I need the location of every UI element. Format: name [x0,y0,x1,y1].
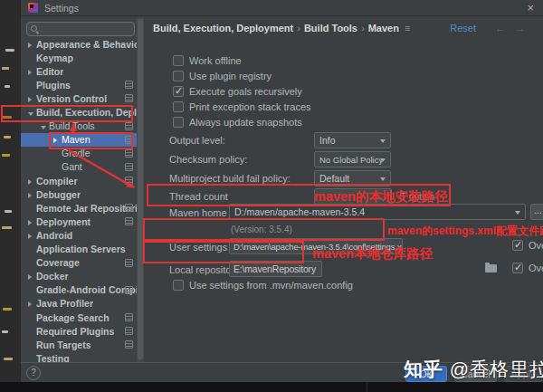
chevron-right-icon[interactable] [28,66,36,77]
output-level-select[interactable]: Info [314,132,391,148]
checkbox-use-plugin-registry[interactable]: Use plugin registry [173,71,272,81]
chevron-right-icon[interactable] [28,298,36,309]
sidebar-item-deployment[interactable]: Deployment [21,215,137,228]
checkbox-icon[interactable] [173,117,184,128]
sidebar-item-package-search[interactable]: Package Search [21,311,137,324]
checkbox-label: Execute goals recursively [189,86,302,97]
checkbox-print-exception-stack-traces[interactable]: Print exception stack traces [173,101,311,112]
chevron-right-icon[interactable] [28,230,36,241]
sidebar-item-label: Maven [62,134,90,145]
sidebar-item-remote-jar-repositories[interactable]: Remote Jar Repositories [21,201,137,215]
editor-code-fragment [2,67,9,70]
editor-code-fragment [2,330,8,333]
user-settings-override-checkbox[interactable]: Override [512,240,543,251]
checkbox-icon[interactable] [173,71,184,81]
sidebar-item-label: Remote Jar Repositories [36,203,137,214]
chevron-right-icon[interactable] [53,134,62,145]
browse-more-button[interactable]: ... [530,204,543,220]
sidebar-item-label: Debugger [36,189,81,200]
sidebar-item-keymap[interactable]: Keymap [21,51,137,64]
checkbox-execute-goals-recursively[interactable]: Execute goals recursively [173,86,302,97]
checkbox-use-mvn-config[interactable]: Use settings from .mvn/maven.config [173,280,353,291]
breadcrumb-item[interactable]: Build, Execution, Deployment [153,23,293,33]
chevron-right-icon[interactable] [28,39,36,50]
settings-card-icon [125,122,133,130]
sidebar-item-debugger[interactable]: Debugger [21,187,137,201]
chevron-down-icon[interactable] [28,107,36,118]
local-repository-input[interactable]: E:\mavenRepository [229,261,322,277]
maven-home-path-combo[interactable]: D:/maven/apache-maven-3.5.4 [229,204,526,220]
sidebar-item-editor[interactable]: Editor [21,64,137,78]
chevron-down-icon [380,158,386,162]
folder-icon[interactable] [485,264,497,272]
back-arrow-icon[interactable]: ← [495,22,506,34]
sidebar-item-build-tools[interactable]: Build Tools [21,120,137,133]
sidebar-item-version-control[interactable]: Version Control [21,91,137,105]
settings-card-icon [125,286,133,294]
chevron-right-icon[interactable] [28,93,36,104]
sidebar-item-label: Required Plugins [36,326,114,337]
chevron-right-icon[interactable] [28,189,36,200]
close-icon[interactable]: × [527,1,534,14]
sidebar-item-plugins[interactable]: Plugins [21,78,137,91]
checkbox-icon[interactable] [173,101,184,112]
thread-count-input[interactable] [314,188,392,205]
sidebar-item-application-servers[interactable]: Application Servers [21,243,137,256]
sidebar-item-android[interactable]: Android [21,228,137,242]
multiproject-policy-select[interactable]: Default [314,170,391,186]
breadcrumb-item-current: Maven [368,23,399,33]
sidebar-item-gradle[interactable]: Gradle [21,147,137,160]
checkbox-checked-icon[interactable] [512,240,523,251]
settings-card-icon [125,177,133,185]
user-settings-file-input[interactable]: D:\maven\apache-maven-3.5.4\conf\setting… [229,238,403,254]
sidebar-item-gant[interactable]: Gant [21,160,137,174]
editor-code-fragment [2,116,12,119]
sidebar-item-label: Docker [36,271,69,282]
editor-code-fragment [3,308,12,311]
checksum-policy-select[interactable]: No Global Policy [314,151,391,167]
help-button[interactable]: ? [26,366,41,380]
chevron-down-icon[interactable] [41,120,49,131]
sidebar-item-run-targets[interactable]: Run Targets [21,338,137,351]
chevron-right-icon[interactable] [28,216,36,227]
editor-code-fragment [2,154,10,157]
local-repo-override-checkbox[interactable]: Override [512,263,543,273]
zhihu-brand: 知乎 [404,359,443,379]
zhihu-author: @香格里拉 [450,359,543,379]
breadcrumb-item[interactable]: Build Tools [304,23,357,33]
bottom-strip [0,382,543,392]
search-input[interactable] [26,22,135,36]
sidebar-item-build-execution-deployment[interactable]: Build, Execution, Deployment [21,106,137,120]
sidebar-item-java-profiler[interactable]: Java Profiler [21,297,137,311]
maven-settings-panel: Build, Execution, Deployment›Build Tools… [144,17,543,362]
checkbox-work-offline[interactable]: Work offline [173,55,242,66]
settings-card-icon [125,327,133,335]
sidebar-item-required-plugins[interactable]: Required Plugins [21,324,137,338]
chevron-down-icon [515,211,520,215]
settings-card-icon [125,163,133,171]
scrollbar-thumb[interactable] [138,19,143,359]
checkbox-checked-icon[interactable] [173,86,184,97]
settings-card-icon [125,217,133,225]
zhihu-watermark: 知乎 @香格里拉 [404,357,543,382]
dialog-title: Settings [44,3,79,14]
dialog-titlebar: Settings × [21,0,543,16]
sidebar-item-compiler[interactable]: Compiler [21,174,137,187]
reset-link[interactable]: Reset [450,23,476,33]
chevron-right-icon[interactable] [28,176,36,186]
chevron-right-icon[interactable] [28,271,36,282]
sidebar-item-coverage[interactable]: Coverage [21,256,137,270]
select-value: Info [319,135,336,146]
checkbox-checked-icon[interactable] [512,263,523,273]
breadcrumb-menu-icon[interactable]: ≡ [399,23,410,33]
screenshot-root: Settings × Appearance & BehaviorKeymapEd… [0,0,543,392]
sidebar-scrollbar[interactable] [137,17,144,362]
sidebar-item-maven[interactable]: Maven [21,133,137,147]
checkbox-icon[interactable] [173,280,184,291]
sidebar-item-appearance-behavior[interactable]: Appearance & Behavior [21,37,137,51]
checkbox-icon[interactable] [173,55,184,66]
forward-arrow-icon[interactable]: → [515,22,526,34]
sidebar-item-docker[interactable]: Docker [21,270,137,283]
sidebar-item-gradle-android-compiler[interactable]: Gradle-Android Compiler [21,283,137,297]
checkbox-always-update-snapshots[interactable]: Always update snapshots [173,117,302,128]
